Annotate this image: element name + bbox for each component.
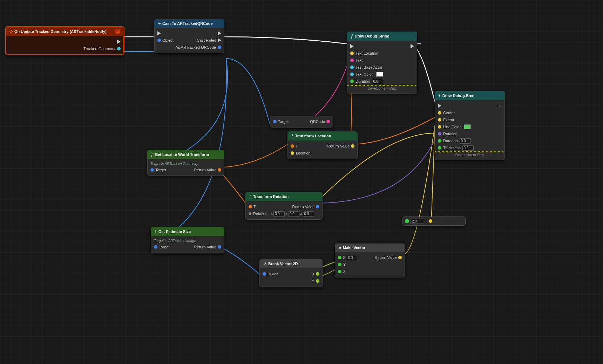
draw-debug-string-body: Text Location Text Test Base Actor Text … [347,41,417,94]
transform-location-header: ƒ Transform Location [287,131,358,140]
event-exec-out [6,38,123,45]
get-local-world-body: Target is ARTracked Geometry Target Retu… [147,159,224,176]
transform-rotation-header: ƒ Transform Rotation [245,192,323,201]
break-vector-2d-title: Break Vector 2D [268,262,298,266]
ddb-exec-in [438,104,441,108]
f-icon4: ƒ [151,152,153,157]
draw-debug-string-header: ƒ Draw Debug String [347,32,417,41]
get-local-world-node: ƒ Get Local to World Transform Target is… [147,150,224,176]
get-estimate-size-title: Get Estimate Size [158,229,191,234]
tracked-geometry-pin [117,47,121,50]
event-title: On Update Tracked Geometry (ARTrackableN… [14,29,107,34]
get-local-world-header: ƒ Get Local to World Transform [147,150,224,159]
ddb-duration-input[interactable] [460,138,471,144]
break-vector-2d-body: In Vec X Y [259,268,323,287]
event-icon: ◇ [9,29,13,34]
object-pin [157,39,161,42]
make-vector-header: ↠ Make Vector [335,243,405,252]
divide-node: ÷ [402,217,466,226]
cast-node: ↠ Cast To ARTrackedQRCode Object Cast Fa… [154,19,224,53]
tracked-geometry-row: Tracked Geometry [6,45,123,52]
event-node: ◇ On Update Tracked Geometry (ARTrackabl… [5,26,124,55]
get-estimate-size-header: ƒ Get Estimate Size [151,227,224,236]
break-vector-2d-header: ↗ Break Vector 2D [259,259,323,268]
f-icon2: ƒ [438,93,441,98]
transform-location-title: Transform Location [295,134,331,138]
transform-rotation-node: ƒ Transform Rotation T Return Value Rota… [245,192,323,220]
draw-debug-box-body: ▷ Center Extent Line Color Rotation Dura… [435,100,505,160]
f-icon6: ƒ [154,229,157,234]
make-vector-node: ↠ Make Vector X Return Value Y Z [335,243,405,277]
f-icon: ƒ [351,34,353,39]
divide-input[interactable] [411,219,423,224]
break-icon: ↗ [263,261,266,266]
duration-input[interactable] [372,79,383,84]
transform-location-node: ƒ Transform Location T Return Value Loca… [287,131,358,159]
draw-debug-string-node: ƒ Draw Debug String Text Location Text T… [347,32,417,94]
transform-rotation-title: Transform Rotation [253,194,289,199]
cast-title: Cast To ARTrackedQRCode [162,21,213,26]
event-body: Tracked Geometry [6,36,124,55]
cast-icon: ↠ [158,22,161,26]
cast-failed-pin [218,38,221,42]
cast-header: ↠ Cast To ARTrackedQRCode [154,19,224,28]
get-local-world-title: Get Local to World Transform [155,152,209,157]
thickness-input[interactable] [462,145,474,151]
cast-exec-in [157,31,161,35]
transform-location-body: T Return Value Location [287,140,358,159]
f-icon5: ƒ [249,194,251,199]
rot-x-input[interactable] [273,211,285,217]
draw-debug-string-title: Draw Debug String [355,34,389,38]
as-ar-pin [218,46,221,49]
rot-y-input[interactable] [288,211,299,217]
qrcode-body: Target QRCode [270,116,333,128]
f-icon3: ƒ [291,133,293,138]
make-vector-title: Make Vector [343,246,365,250]
get-estimate-size-node: ƒ Get Estimate Size Target is ARTracked … [151,227,224,253]
rot-z-input[interactable] [303,211,314,217]
draw-debug-box-node: ƒ Draw Debug Box ▷ Center Extent Line Co… [435,91,505,160]
exec-out-pin [117,40,121,44]
dds-exec-in [350,44,354,48]
draw-debug-box-title: Draw Debug Box [442,94,473,98]
dds-exec-out [411,44,414,48]
divide-body: ÷ [402,217,466,226]
break-vector-2d-node: ↗ Break Vector 2D In Vec X Y [259,259,323,287]
event-header: ◇ On Update Tracked Geometry (ARTrackabl… [6,27,124,36]
cast-body: Object Cast Failed As ARTracked QRCode [154,28,224,53]
transform-rotation-body: T Return Value Rotation X Y Z [245,201,323,220]
make-vector-body: X Return Value Y Z [335,252,405,277]
cast-exec-out [218,31,221,35]
make-x-input[interactable] [347,255,358,260]
draw-debug-box-header: ƒ Draw Debug Box [435,91,505,100]
get-estimate-size-body: Target is ARTracked Image Target Return … [151,236,224,253]
make-icon: ↠ [338,246,341,250]
qrcode-node: Target QRCode [270,116,333,128]
